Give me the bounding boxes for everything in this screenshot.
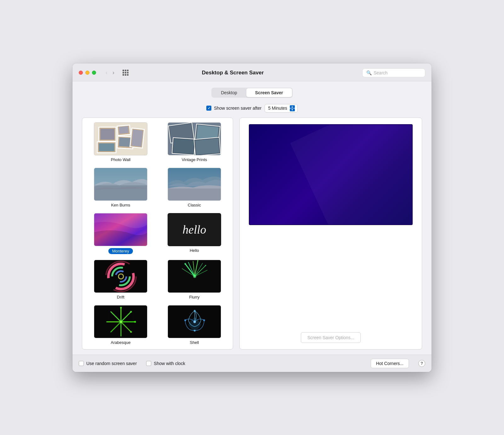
svg-point-62 [194, 310, 196, 312]
time-stepper[interactable]: ▲ ▼ [290, 105, 295, 111]
screensaver-label-flurry: Flurry [189, 295, 199, 299]
screensaver-selected-badge-monterey: Monterey [108, 248, 133, 254]
screensaver-thumb-vintage-prints [168, 122, 221, 155]
tab-screen-saver[interactable]: Screen Saver [246, 88, 292, 97]
svg-rect-4 [119, 126, 129, 134]
screensaver-thumb-drift [94, 260, 147, 293]
show-after-label: Show screen saver after [214, 106, 261, 111]
svg-rect-23 [168, 188, 221, 201]
screensaver-thumb-arabesque [94, 305, 147, 338]
titlebar: ‹ › Desktop & Screen Saver 🔍 [72, 63, 432, 81]
window: ‹ › Desktop & Screen Saver 🔍 Desktop Scr… [72, 63, 432, 372]
help-button[interactable]: ? [418, 360, 425, 367]
svg-rect-17 [173, 138, 194, 154]
screensaver-label-shell: Shell [190, 340, 199, 345]
random-screen-saver-label: Use random screen saver [86, 361, 137, 366]
shell-art [168, 305, 221, 338]
drift-art [94, 260, 147, 293]
random-screen-saver-item: Use random screen saver [79, 361, 137, 366]
show-with-clock-checkbox[interactable] [146, 361, 151, 366]
time-select-value: 5 Minutes [268, 106, 287, 111]
svg-rect-19 [195, 138, 220, 154]
screensaver-list: Photo Wall [82, 118, 233, 350]
preview-panel: Screen Saver Options... [239, 118, 422, 350]
screensaver-label-hello: Hello [190, 248, 199, 253]
svg-point-63 [203, 319, 205, 321]
svg-text:hello: hello [182, 223, 206, 236]
svg-point-64 [184, 319, 186, 321]
flurry-art [168, 260, 221, 293]
main-content: Desktop Screen Saver ✓ Show screen saver… [72, 81, 432, 355]
svg-rect-10 [131, 129, 143, 146]
close-button[interactable] [79, 71, 83, 75]
tab-bar: Desktop Screen Saver [82, 88, 422, 98]
tab-desktop[interactable]: Desktop [212, 88, 246, 97]
screensaver-thumb-photo-wall [94, 122, 147, 155]
screensaver-label-photo-wall: Photo Wall [111, 157, 130, 162]
screensaver-item-arabesque[interactable]: Arabesque [85, 304, 156, 346]
screensaver-item-classic[interactable]: Classic [159, 166, 230, 209]
monterey-art [94, 213, 147, 246]
screensaver-item-hello[interactable]: hello Hello [159, 212, 230, 255]
screensaver-label-drift: Drift [117, 295, 124, 299]
screensaver-item-photo-wall[interactable]: Photo Wall [85, 121, 156, 163]
maximize-button[interactable] [92, 71, 96, 75]
svg-point-58 [134, 321, 136, 323]
hello-art: hello [168, 213, 221, 246]
show-after-row: ✓ Show screen saver after 5 Minutes ▲ ▼ [82, 104, 422, 113]
screensaver-label-classic: Classic [188, 203, 201, 207]
search-icon: 🔍 [366, 70, 372, 75]
classic-art [168, 168, 221, 201]
stepper-up[interactable]: ▲ [290, 105, 295, 108]
screensaver-item-ken-burns[interactable]: Ken Burns [85, 166, 156, 209]
svg-point-57 [130, 311, 132, 313]
svg-point-55 [120, 321, 122, 323]
svg-rect-8 [99, 143, 114, 151]
screensaver-item-flurry[interactable]: Flurry [159, 258, 230, 301]
svg-point-42 [193, 275, 196, 278]
svg-point-61 [193, 321, 196, 323]
svg-point-65 [194, 330, 196, 332]
screensaver-thumb-flurry [168, 260, 221, 293]
screensaver-thumb-hello: hello [168, 213, 221, 246]
screensaver-thumb-classic [168, 168, 221, 201]
show-with-clock-item: Show with clock [146, 361, 185, 366]
tab-container: Desktop Screen Saver [211, 88, 292, 98]
hot-corners-button[interactable]: Hot Corners... [371, 359, 409, 368]
svg-point-56 [120, 307, 122, 309]
show-after-checkbox[interactable]: ✓ [206, 106, 211, 111]
time-select[interactable]: 5 Minutes ▲ ▼ [265, 104, 298, 113]
traffic-lights [79, 71, 96, 75]
svg-point-59 [130, 331, 132, 333]
checkbox-check-icon: ✓ [208, 106, 210, 110]
svg-point-45 [205, 265, 206, 266]
photo-wall-art [94, 122, 147, 155]
ken-burns-art [94, 168, 147, 201]
screensaver-label-arabesque: Arabesque [111, 340, 131, 345]
screensaver-item-drift[interactable]: Drift [85, 258, 156, 301]
random-screen-saver-checkbox[interactable] [79, 361, 84, 366]
preview-screen [249, 124, 413, 225]
svg-point-43 [184, 263, 186, 265]
screensaver-item-shell[interactable]: Shell [159, 304, 230, 346]
stepper-down[interactable]: ▼ [290, 108, 295, 111]
svg-point-44 [197, 260, 198, 261]
screen-saver-options-button[interactable]: Screen Saver Options... [301, 332, 361, 343]
window-title: Desktop & Screen Saver [108, 70, 357, 76]
screensaver-thumb-monterey [94, 213, 147, 246]
screensaver-thumb-shell [168, 305, 221, 338]
minimize-button[interactable] [85, 71, 89, 75]
svg-rect-2 [100, 129, 114, 140]
bottom-bar: Use random screen saver Show with clock … [72, 355, 432, 372]
search-input[interactable] [374, 70, 421, 75]
screensaver-label-ken-burns: Ken Burns [111, 203, 130, 207]
search-box[interactable]: 🔍 [362, 68, 425, 77]
screensaver-item-vintage-prints[interactable]: Vintage Prints [159, 121, 230, 163]
arabesque-art [94, 305, 147, 338]
show-after-checkbox-container: ✓ Show screen saver after [206, 106, 261, 111]
screensaver-label-vintage-prints: Vintage Prints [182, 157, 207, 162]
list-preview-area: Photo Wall [82, 118, 422, 350]
show-with-clock-label: Show with clock [154, 361, 185, 366]
screensaver-thumb-ken-burns [94, 168, 147, 201]
screensaver-item-monterey[interactable]: Monterey [85, 212, 156, 255]
